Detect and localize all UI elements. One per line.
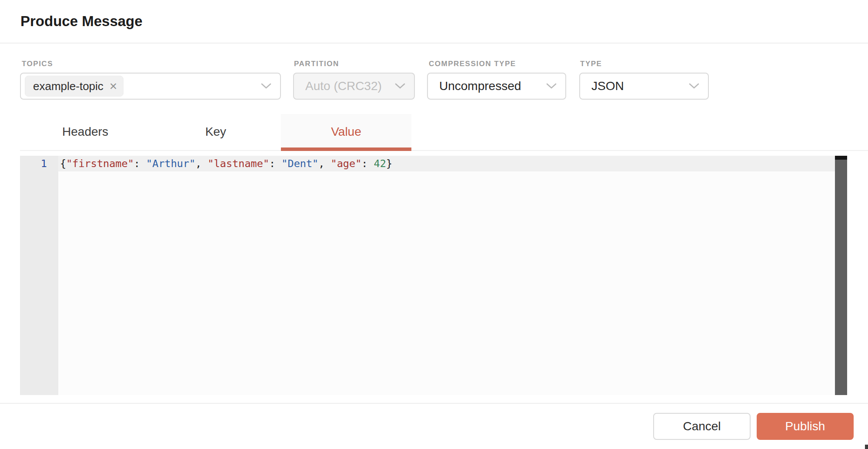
header-divider [0,43,868,44]
compression-value: Uncompressed [428,79,521,93]
editor-scrollbar[interactable] [835,156,847,395]
partition-value: Auto (CRC32) [294,79,382,93]
page-corner-artifact [865,445,868,449]
scrollbar-thumb[interactable] [835,156,847,160]
topics-select[interactable]: example-topic × [20,73,281,100]
editor-gutter: 1 [20,156,58,395]
tab-value[interactable]: Value [281,114,411,150]
tabbar-border [20,150,868,151]
footer-divider [0,403,868,404]
publish-button[interactable]: Publish [757,413,854,440]
tab-headers[interactable]: Headers [20,114,150,150]
topics-label: TOPICS [22,60,53,68]
chevron-down-icon [395,83,405,89]
partition-label: PARTITION [294,60,339,68]
chevron-down-icon [689,83,699,89]
compression-type-select[interactable]: Uncompressed [427,73,566,100]
compression-label: COMPRESSION TYPE [429,60,516,68]
topic-tag: example-topic × [25,76,124,97]
type-value: JSON [580,79,624,93]
produce-message-dialog: Produce Message TOPICS PARTITION COMPRES… [0,0,868,449]
chevron-down-icon [261,83,271,89]
cancel-button[interactable]: Cancel [653,413,751,440]
page-title: Produce Message [20,13,143,30]
active-tab-indicator [281,147,411,151]
code-line[interactable]: {"firstname": "Arthur", "lastname": "Den… [60,156,392,171]
line-number: 1 [20,156,47,171]
value-editor[interactable]: 1 {"firstname": "Arthur", "lastname": "D… [20,156,847,395]
partition-select: Auto (CRC32) [293,73,415,100]
chevron-down-icon [546,83,557,89]
topic-tag-label: example-topic [33,80,103,93]
type-label: TYPE [580,60,602,68]
type-select[interactable]: JSON [579,73,709,100]
remove-topic-icon[interactable]: × [110,80,117,93]
tab-key[interactable]: Key [150,114,281,150]
